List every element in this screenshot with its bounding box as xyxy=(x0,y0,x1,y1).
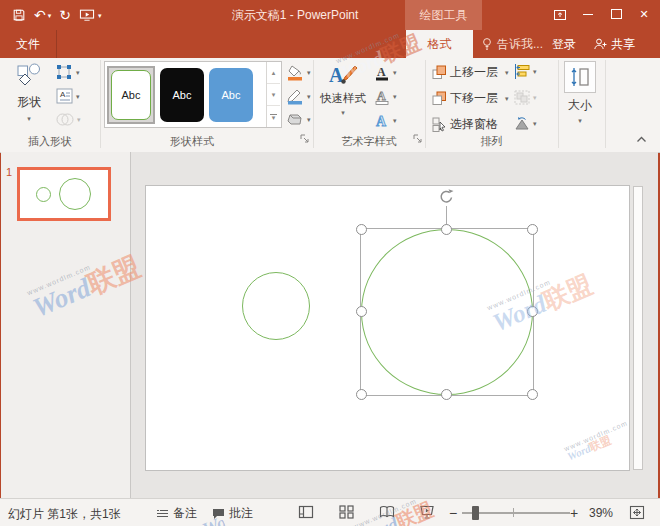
share-button[interactable]: 共享 xyxy=(593,30,635,58)
save-button[interactable] xyxy=(8,3,30,27)
zoom-in-button[interactable]: + xyxy=(570,505,578,521)
shape-style-item-black[interactable]: Abc xyxy=(160,68,204,122)
zoom-out-button[interactable]: − xyxy=(449,505,457,521)
minus-glyph: − xyxy=(449,505,457,521)
plus-glyph: + xyxy=(570,505,578,521)
collapse-ribbon-icon[interactable] xyxy=(636,136,647,143)
redo-button[interactable]: ↻ xyxy=(55,3,75,27)
style-thumb-label: Abc xyxy=(222,89,241,101)
save-icon xyxy=(12,8,26,22)
style-thumb-label: Abc xyxy=(111,70,151,120)
resize-handle-ne[interactable] xyxy=(527,224,538,235)
merge-shapes-button[interactable]: ▾ xyxy=(56,112,81,127)
align-button[interactable]: ▾ xyxy=(514,64,537,79)
bring-forward-caret-icon: ▾ xyxy=(505,69,509,76)
zoom-slider-thumb[interactable] xyxy=(472,506,479,520)
close-icon: ✕ xyxy=(639,8,648,21)
text-outline-button[interactable]: A ▾ xyxy=(374,88,397,105)
svg-text:A: A xyxy=(377,89,386,103)
resize-handle-nw[interactable] xyxy=(356,224,367,235)
shape-styles-dialog-launcher-icon[interactable] xyxy=(300,134,310,144)
edit-shape-icon xyxy=(56,64,73,80)
group-separator xyxy=(558,60,559,148)
resize-handle-e[interactable] xyxy=(527,306,538,317)
start-slideshow-button[interactable]: ▾ xyxy=(75,3,106,27)
zoom-slider-midpoint xyxy=(513,508,514,517)
group-objects-button[interactable]: ▾ xyxy=(514,90,537,105)
shape-fill-button[interactable]: ▾ xyxy=(286,64,311,81)
gallery-more-icon[interactable]: ▾ xyxy=(267,106,280,127)
notes-button[interactable]: 备注 xyxy=(156,505,197,522)
rotate-button[interactable]: ▾ xyxy=(514,116,537,131)
slide-thumbnail[interactable] xyxy=(17,167,111,221)
shape-outline-icon xyxy=(286,88,304,105)
text-box-caret-icon: ▾ xyxy=(76,93,80,100)
text-fill-button[interactable]: A ▾ xyxy=(374,64,397,81)
normal-view-button[interactable] xyxy=(298,505,314,519)
shape-style-item-blue[interactable]: Abc xyxy=(209,68,253,122)
shape-outline-button[interactable]: ▾ xyxy=(286,88,311,105)
comments-button[interactable]: 批注 xyxy=(212,505,253,522)
shape-effects-button[interactable]: ▾ xyxy=(286,112,311,127)
bring-forward-button[interactable]: 上移一层 ▾ xyxy=(432,64,509,81)
reading-view-button[interactable] xyxy=(379,505,395,519)
send-backward-button[interactable]: 下移一层 ▾ xyxy=(432,90,509,107)
rotation-handle-icon[interactable] xyxy=(438,188,455,205)
vertical-scrollbar[interactable] xyxy=(633,186,643,470)
text-fill-icon: A xyxy=(374,64,390,81)
tab-format-active[interactable]: 格式 xyxy=(406,30,473,58)
wordart-dialog-launcher-icon[interactable] xyxy=(413,134,423,144)
tab-format-label: 格式 xyxy=(428,36,452,53)
gallery-down-icon[interactable]: ▾ xyxy=(267,84,280,106)
lightbulb-icon xyxy=(481,37,493,51)
undo-caret-icon[interactable]: ▾ xyxy=(48,12,52,19)
tab-file[interactable]: 文件 xyxy=(0,30,57,58)
text-box-button[interactable]: A ▾ xyxy=(56,88,80,104)
maximize-button[interactable] xyxy=(602,2,630,26)
resize-handle-sw[interactable] xyxy=(356,389,367,400)
shapes-button[interactable]: 形状 ▾ xyxy=(8,62,50,122)
undo-button[interactable]: ↶ ▾ xyxy=(30,3,55,27)
redo-icon: ↻ xyxy=(59,7,71,23)
edit-shape-button[interactable]: ▾ xyxy=(56,64,80,80)
slide-number: 1 xyxy=(6,166,12,178)
size-button[interactable]: 大小 ▾ xyxy=(560,61,600,124)
shape-style-item-selected[interactable]: Abc xyxy=(107,66,155,124)
panel-divider[interactable] xyxy=(130,152,131,498)
selection-bounding-box xyxy=(360,228,534,396)
ribbon-display-options-button[interactable] xyxy=(546,2,574,26)
slideshow-view-button[interactable] xyxy=(419,505,435,519)
svg-text:A: A xyxy=(376,114,387,129)
size-icon xyxy=(564,61,596,93)
minimize-button[interactable] xyxy=(574,2,602,26)
text-effects-button[interactable]: A ▾ xyxy=(374,112,397,129)
tell-me-box[interactable]: 告诉我... xyxy=(481,30,543,58)
selection-pane-button[interactable]: 选择窗格 xyxy=(432,116,498,133)
bring-forward-icon xyxy=(432,65,447,80)
text-fill-caret-icon: ▾ xyxy=(393,69,397,76)
sign-in-button[interactable]: 登录 xyxy=(552,30,576,58)
close-button[interactable]: ✕ xyxy=(630,2,658,26)
send-backward-icon xyxy=(432,91,447,106)
small-circle-shape[interactable] xyxy=(242,272,310,340)
group-label-wordart: 艺术字样式 xyxy=(313,134,425,149)
quick-styles-button[interactable]: A 快速样式 ▾ xyxy=(318,62,368,116)
gallery-up-icon[interactable]: ▴ xyxy=(267,62,280,84)
resize-handle-w[interactable] xyxy=(356,306,367,317)
zoom-level[interactable]: 39% xyxy=(589,506,613,520)
slide-sorter-view-button[interactable] xyxy=(339,505,354,519)
resize-handle-se[interactable] xyxy=(527,389,538,400)
shape-fill-icon xyxy=(286,64,304,81)
resize-handle-n[interactable] xyxy=(441,224,452,235)
contextual-tab-group-header: 绘图工具 xyxy=(405,0,482,30)
window-controls: ✕ xyxy=(546,2,658,26)
ribbon-display-options-icon xyxy=(553,8,567,21)
bring-forward-label: 上移一层 xyxy=(450,64,498,81)
qat-customize-caret-icon[interactable]: ▾ xyxy=(98,12,102,19)
resize-handle-s[interactable] xyxy=(441,389,452,400)
caret-down-glyph: ▾ xyxy=(272,91,276,99)
caret-up-glyph: ▴ xyxy=(272,69,276,77)
rotate-icon xyxy=(514,116,530,131)
fit-to-window-button[interactable] xyxy=(629,505,645,520)
status-bar: 幻灯片 第1张，共1张 备注 批注 − + 39% xyxy=(0,498,660,526)
